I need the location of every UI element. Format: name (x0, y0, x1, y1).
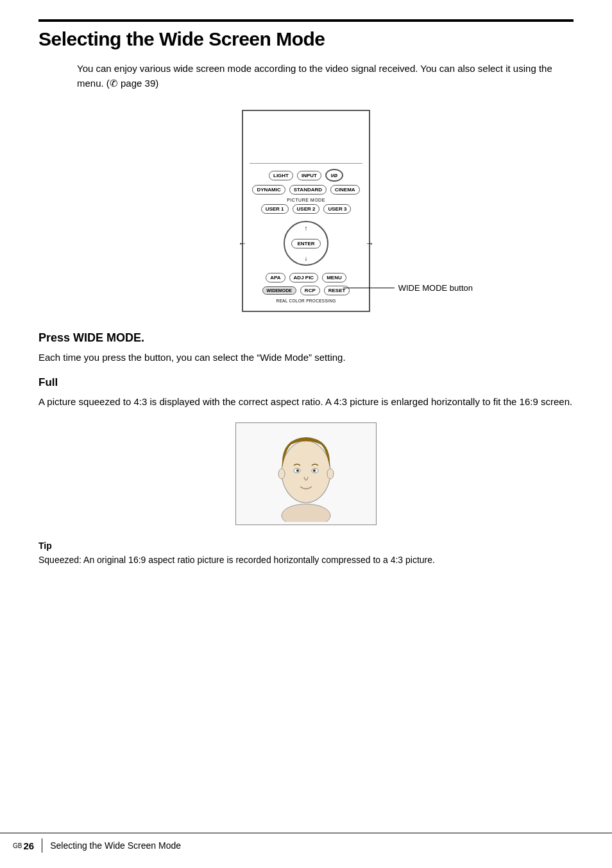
footer-gb-label: GB (13, 842, 22, 849)
nav-up-arrow[interactable]: ↑ (305, 225, 308, 232)
standard-button[interactable]: STANDARD (289, 185, 327, 195)
callout-text: WIDE MODE button (398, 283, 473, 293)
nav-right-arrow[interactable]: → (365, 238, 374, 248)
footer-title: Selecting the Wide Screen Mode (50, 840, 181, 851)
face-illustration-container (38, 422, 574, 525)
page-footer: GB 26 Selecting the Wide Screen Mode (0, 833, 612, 853)
nav-ring: ↑ ENTER ↓ (284, 221, 328, 266)
rcp-button[interactable]: RCP (300, 286, 320, 295)
callout-line (343, 288, 395, 288)
remote-diagram: LIGHT INPUT I/Ø DYNAMIC STANDARD CINEMA … (38, 110, 574, 312)
remote-top-area (250, 119, 362, 164)
full-heading: Full (38, 376, 574, 389)
real-color-label: REAL COLOR PROCESSING (250, 299, 362, 303)
tip-heading: Tip (38, 541, 574, 551)
wide-mode-callout: WIDE MODE button (343, 283, 473, 293)
top-rule (38, 19, 574, 22)
remote-row-picture-modes: DYNAMIC STANDARD CINEMA (250, 185, 362, 195)
apa-button[interactable]: APA (266, 273, 285, 282)
nav-left-arrow[interactable]: ← (238, 238, 247, 248)
enter-button[interactable]: ENTER (291, 239, 320, 248)
face-svg (271, 426, 341, 522)
remote-row-top-buttons: LIGHT INPUT I/Ø (250, 169, 362, 182)
footer-page-number: GB 26 (13, 840, 34, 851)
light-button[interactable]: LIGHT (269, 171, 293, 180)
footer-divider (42, 838, 42, 853)
svg-point-7 (327, 469, 334, 479)
user3-button[interactable]: USER 3 (323, 204, 351, 214)
wide-mode-button[interactable]: WIDEMODE (262, 286, 296, 295)
user1-button[interactable]: USER 1 (261, 204, 289, 214)
nav-circle-container: ← ↑ ENTER ↓ → (250, 218, 362, 269)
user2-button[interactable]: USER 2 (293, 204, 320, 214)
footer-number: 26 (23, 840, 34, 851)
input-button[interactable]: INPUT (297, 171, 321, 180)
nav-down-arrow[interactable]: ↓ (305, 255, 308, 262)
tip-body: Squeezed: An original 16:9 aspect ratio … (38, 553, 574, 567)
dynamic-button[interactable]: DYNAMIC (252, 185, 285, 195)
power-symbol: I/Ø (331, 173, 338, 178)
svg-point-5 (313, 469, 316, 472)
svg-point-3 (296, 469, 299, 472)
intro-paragraph: You can enjoy various wide screen mode a… (77, 62, 574, 91)
remote-row-apa: APA ADJ PIC MENU (250, 273, 362, 282)
cinema-button[interactable]: CINEMA (330, 185, 360, 195)
full-body: A picture squeezed to 4:3 is displayed w… (38, 394, 574, 409)
press-wide-mode-heading: Press WIDE MODE. (38, 331, 574, 345)
face-illustration (235, 422, 377, 525)
page-title: Selecting the Wide Screen Mode (38, 28, 574, 50)
svg-point-0 (282, 504, 330, 522)
menu-button[interactable]: MENU (322, 273, 346, 282)
remote-row-user-buttons: USER 1 USER 2 USER 3 (250, 204, 362, 214)
press-wide-mode-body: Each time you press the button, you can … (38, 350, 574, 365)
power-button[interactable]: I/Ø (325, 169, 343, 182)
svg-point-6 (278, 469, 285, 479)
adj-pic-button[interactable]: ADJ PIC (289, 273, 319, 282)
remote-control: LIGHT INPUT I/Ø DYNAMIC STANDARD CINEMA … (242, 110, 370, 312)
picture-mode-label: PICTURE MODE (250, 198, 362, 202)
svg-point-1 (282, 441, 330, 503)
